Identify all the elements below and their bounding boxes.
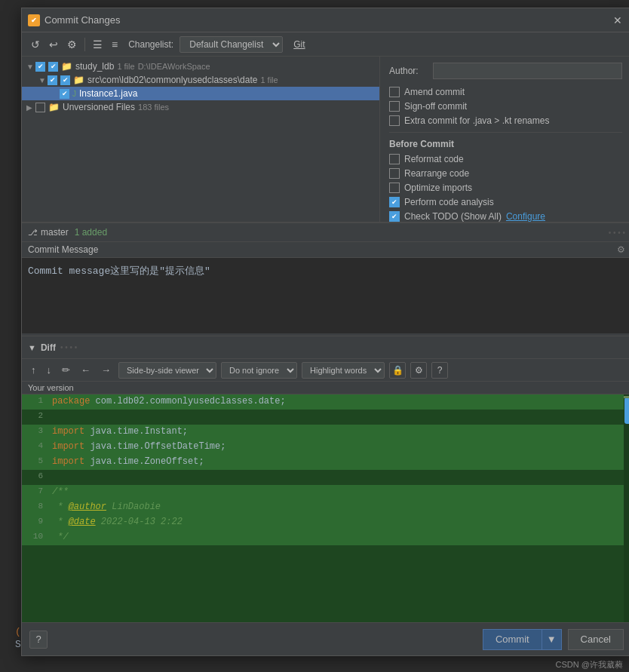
label-analysis: Perform code analysis [404,197,494,207]
branch-status-bar: ⎇ master 1 added • • • • [22,222,629,242]
git-tab[interactable]: Git [293,39,305,50]
commit-message-input[interactable]: Commit message这里写的是"提示信息" [22,258,629,333]
author-input[interactable] [433,63,622,79]
checkbox-amend[interactable] [389,87,400,97]
toggle-src[interactable]: ▼ [38,76,48,84]
diff-next-btn[interactable]: ↓ [44,363,55,377]
settings-button[interactable]: ⚙ [64,37,80,52]
tree-item-instance1[interactable]: ✔ J Instance1.java [22,87,379,100]
code-line-6: 6 [22,470,629,485]
diff-settings-btn[interactable]: ⚙ [410,362,427,379]
separator-1 [84,38,85,51]
diff-help-btn[interactable]: ? [431,362,448,379]
before-commit-title: Before Commit [389,139,622,149]
commit-message-section: Commit Message ⚙ Commit message这里写的是"提示信… [22,242,629,336]
line-num-9: 9 [22,515,49,526]
checkbox-extra[interactable] [389,115,400,126]
label-optimize: Optimize imports [404,183,472,193]
label-todo: Check TODO (Show All) [404,211,502,222]
line-content-4: import java.time.OffsetDateTime; [49,440,629,453]
tree-item-src[interactable]: ▼ ✔ ✔ 📁 src\com\ldb02\commonlyusedclasse… [22,73,379,87]
cancel-button[interactable]: Cancel [568,629,624,650]
refresh-button[interactable]: ↺ [28,37,43,52]
code-line-5: 5 import java.time.ZoneOffset; [22,455,629,470]
checkbox-unversioned[interactable] [35,103,45,112]
diff-scrollbar-marker [624,396,629,398]
configure-link[interactable]: Configure [506,211,545,222]
tree-item-study-ldb[interactable]: ▼ ✔ ✔ 📁 study_ldb 1 file D:\IDEAWorkSpac… [22,60,379,73]
sub-checkbox-src[interactable]: ✔ [60,75,70,85]
commit-button[interactable]: Commit [483,629,542,650]
commit-split-button: Commit ▼ [483,629,562,650]
checkbox-rearrange[interactable] [389,168,400,179]
dialog-title: Commit Changes [44,14,120,26]
diff-drag-handle: • • • • [60,343,77,351]
code-line-4: 4 import java.time.OffsetDateTime; [22,440,629,455]
toggle-study-ldb[interactable]: ▼ [26,63,35,71]
tree-name-src: src\com\ldb02\commonlyusedclasses\date [87,75,257,85]
commit-changes-dialog: ✔ Commit Changes ✕ ↺ ↩ ⚙ ☰ ≡ Changelist:… [21,8,629,656]
watermark: CSDN @许我葳蕤 [556,659,623,670]
tree-name-unversioned: Unversioned Files [63,102,135,112]
commit-message-label: Commit Message [28,244,98,255]
line-num-4: 4 [22,440,49,450]
split-top-area: ▼ ✔ ✔ 📁 study_ldb 1 file D:\IDEAWorkSpac… [22,57,629,222]
line-num-2: 2 [22,410,49,420]
dialog-body: ↺ ↩ ⚙ ☰ ≡ Changelist: Default Changelist… [22,32,629,655]
undo-button[interactable]: ↩ [46,37,61,52]
bottom-bar: ? Commit ▼ Cancel [22,622,629,655]
option-row-extra: Extra commit for .java > .kt renames [389,115,622,126]
line-num-10: 10 [22,530,49,541]
author-label: Author: [389,66,427,76]
commit-message-settings-icon[interactable]: ⚙ [617,244,625,255]
line-content-9: * @date 2022-04-13 2:22 [49,515,629,529]
commit-dropdown-button[interactable]: ▼ [542,629,562,650]
diff-collapse-icon[interactable]: ▼ [28,343,36,352]
option-row-analysis: ✔ Perform code analysis [389,197,622,207]
checkbox-reformat[interactable] [389,154,400,164]
sub-checkbox-study-ldb[interactable]: ✔ [48,62,58,72]
checkbox-instance1[interactable]: ✔ [60,89,69,99]
your-version-label: Your version [22,382,629,394]
move-up-button[interactable]: ☰ [90,37,106,52]
diff-edit-btn[interactable]: ✏ [59,363,73,377]
diff-scrollbar-thumb[interactable] [624,397,629,424]
author-row: Author: [389,63,622,79]
close-button[interactable]: ✕ [610,13,625,28]
checkbox-analysis[interactable]: ✔ [389,197,400,207]
checkbox-study-ldb[interactable]: ✔ [35,62,45,72]
diff-prev-btn[interactable]: ↑ [28,363,39,377]
label-reformat: Reformat code [404,154,464,164]
diff-section: ▼ Diff • • • • ↑ ↓ ✏ ← → Side-by-side vi… [22,336,629,622]
branch-icon: ⎇ [28,228,38,238]
checkbox-src[interactable]: ✔ [48,75,57,85]
drag-handle: • • • • [609,229,625,237]
checkbox-todo[interactable]: ✔ [389,211,400,222]
diff-lock-btn[interactable]: 🔒 [389,362,406,379]
diff-forward-btn[interactable]: → [98,363,114,377]
diff-ignore-dropdown[interactable]: Do not ignore [221,362,297,379]
line-content-8: * @author LinDaobie [49,500,629,514]
diff-code-view[interactable]: 1 package com.ldb02.commonlyusedclasses.… [22,394,629,622]
line-content-5: import java.time.ZoneOffset; [49,455,629,468]
line-num-7: 7 [22,485,49,496]
diff-scrollbar-track[interactable] [624,394,629,622]
checkbox-signoff[interactable] [389,101,400,112]
help-button[interactable]: ? [29,631,48,649]
tree-item-unversioned[interactable]: ▶ 📁 Unversioned Files 183 files [22,100,379,114]
commit-message-header: Commit Message ⚙ [22,242,629,258]
checkbox-optimize[interactable] [389,183,400,193]
line-num-8: 8 [22,500,49,511]
changelist-dropdown[interactable]: Default Changelist [179,36,283,53]
divider-1 [389,132,622,133]
diff-viewer-dropdown[interactable]: Side-by-side viewer [118,362,216,379]
code-line-3: 3 import java.time.Instant; [22,425,629,440]
label-signoff: Sign-off commit [404,101,467,112]
file-tree: ▼ ✔ ✔ 📁 study_ldb 1 file D:\IDEAWorkSpac… [22,57,380,222]
toggle-unversioned[interactable]: ▶ [26,103,35,112]
line-num-3: 3 [22,425,49,435]
diff-back-btn[interactable]: ← [78,363,94,377]
line-num-6: 6 [22,470,49,480]
diff-highlight-dropdown[interactable]: Highlight words [302,362,385,379]
move-down-button[interactable]: ≡ [109,37,121,52]
